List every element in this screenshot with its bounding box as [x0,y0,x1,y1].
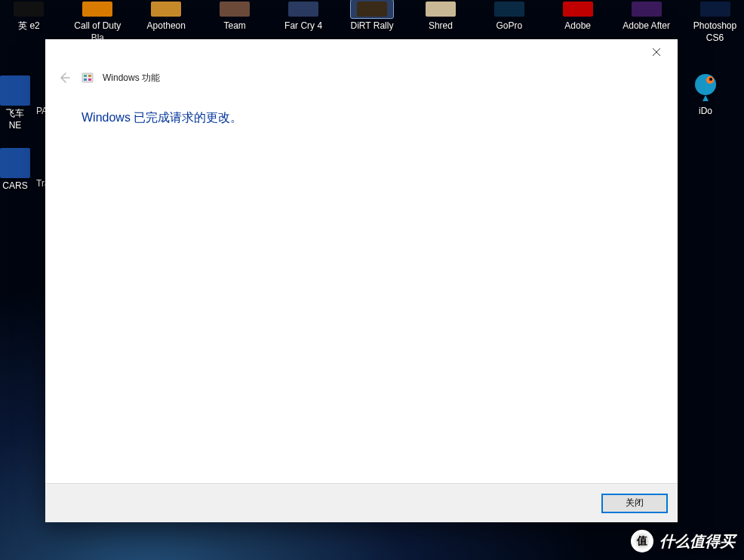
app-icon [214,0,256,18]
desktop-icon-label: GoPro [496,20,522,32]
ido-icon [689,69,722,103]
watermark-badge-icon: 值 [631,530,653,552]
watermark-text: 什么值得买 [659,531,735,552]
desktop-icon[interactable]: Adobe After [617,0,675,44]
svg-rect-4 [84,75,87,77]
watermark: 值 什么值得买 [631,530,735,552]
desktop-icon-label: Shred [429,20,453,32]
close-button[interactable]: 关闭 [602,494,667,512]
app-icon [488,0,530,18]
windows-features-icon [81,72,94,84]
svg-rect-7 [88,78,91,81]
dialog-titlebar [45,39,678,65]
dialog-message: Windows 已完成请求的更改。 [81,110,641,126]
desktop-icon[interactable]: Call of Duty Bla [69,0,127,44]
dialog-header: Windows 功能 [45,65,678,91]
back-arrow-icon [56,69,72,86]
desktop-icon[interactable]: 英 e2 [0,0,58,44]
desktop-icon-ido[interactable]: iDo [681,69,730,116]
desktop-icon[interactable]: DiRT Rally [343,0,401,44]
dialog-footer: 关闭 [45,483,678,522]
desktop-icon[interactable]: Team [206,0,264,44]
desktop-icon-label: Team [224,20,246,32]
app-icon [8,0,50,18]
close-icon[interactable] [639,41,673,63]
app-icon [0,148,33,178]
desktop-icon[interactable]: Photoshop CS6 [686,0,744,44]
desktop-icon[interactable]: Apotheon [137,0,195,44]
desktop-icon-label: Adobe [564,20,591,32]
app-icon [145,0,187,18]
desktop-icon-label: iDo [699,106,712,116]
desktop-icon[interactable]: Far Cry 4 [275,0,333,44]
desktop-icon[interactable]: GoPro [480,0,538,44]
app-icon [351,0,393,18]
app-icon [282,0,324,18]
app-icon [626,0,668,18]
desktop-icon-label: CARS [2,180,27,192]
app-icon [420,0,462,18]
svg-rect-3 [82,73,93,82]
desktop-icon-label: 飞车 NE [6,108,24,131]
desktop-icon-label: DiRT Rally [351,20,394,32]
desktop-icon-label: Adobe After [623,20,670,32]
svg-point-2 [709,78,712,81]
desktop-icons-row: 英 e2Call of Duty BlaApotheonTeamFar Cry … [0,0,744,44]
svg-rect-6 [84,78,87,81]
desktop-icon-label: 英 e2 [18,20,40,32]
desktop-icon-label: Apotheon [147,20,186,32]
desktop-icon[interactable]: Shred [411,0,469,44]
app-icon [557,0,599,18]
svg-point-0 [695,74,716,95]
dialog-body: Windows 已完成请求的更改。 [45,91,678,483]
desktop-icon-label: Far Cry 4 [284,20,322,32]
desktop-icon-label: Photoshop CS6 [686,20,744,44]
app-icon [694,0,736,18]
app-icon [76,0,118,18]
svg-rect-5 [88,75,91,77]
app-icon [0,75,33,106]
desktop-icon[interactable]: Adobe [549,0,607,44]
dialog-title: Windows 功能 [103,72,160,85]
windows-features-dialog: Windows 功能 Windows 已完成请求的更改。 关闭 [45,39,678,522]
desktop-icons-col: 飞车 NEPACARSTra [0,75,50,192]
